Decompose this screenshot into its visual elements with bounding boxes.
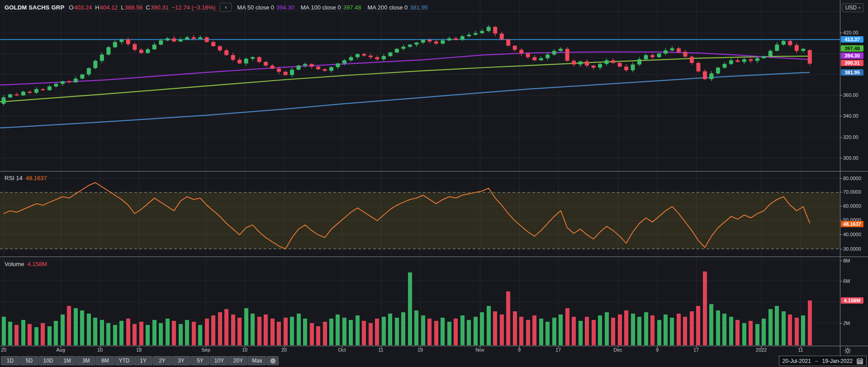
price-axis-label: 360.00: [843, 92, 859, 98]
volume-bar: [788, 315, 792, 345]
candle-up: [762, 56, 766, 58]
candle-up: [356, 54, 360, 57]
volume-bar: [323, 322, 327, 345]
date-range-separator: –: [815, 358, 818, 364]
volume-bar: [264, 315, 268, 345]
range-button-5y[interactable]: 5Y: [191, 356, 209, 365]
candle-down: [696, 63, 700, 71]
volume-bar: [310, 323, 314, 345]
price-axis-badge: 390.31: [841, 60, 863, 66]
axis-settings-gear-icon[interactable]: [844, 347, 851, 354]
candle-up: [100, 55, 104, 61]
volume-bar: [716, 310, 720, 345]
price-axis-badge: 413.37: [841, 36, 863, 43]
candle-down: [506, 39, 510, 46]
candle-down: [650, 55, 655, 57]
volume-bar: [703, 272, 707, 345]
volume-bar: [316, 326, 320, 345]
volume-bar: [467, 320, 471, 345]
candle-up: [755, 58, 759, 61]
candle-up: [709, 73, 713, 79]
range-button-1m[interactable]: 1M: [58, 356, 76, 365]
volume-bar: [205, 319, 209, 345]
candle-up: [552, 51, 556, 54]
range-button-10y[interactable]: 10Y: [210, 356, 228, 365]
range-button-5d[interactable]: 5D: [20, 356, 38, 365]
date-range-picker[interactable]: 20-Jul-2021 – 19-Jan-2022: [779, 356, 867, 366]
rsi-axis-badge: 48.1637: [841, 221, 863, 227]
volume-bar: [454, 319, 458, 345]
collapse-legend-button[interactable]: ‹: [220, 3, 232, 12]
range-button-6m[interactable]: 6M: [96, 356, 114, 365]
range-button-3y[interactable]: 3Y: [172, 356, 190, 365]
ohlc-open: O403.24: [69, 4, 92, 11]
candle-up: [382, 56, 386, 59]
time-axis-label: 20: [1, 347, 6, 353]
volume-bar: [133, 324, 137, 345]
range-button-10d[interactable]: 10D: [39, 356, 57, 365]
candle-up: [113, 42, 117, 48]
date-range-start: 20-Jul-2021: [783, 358, 811, 364]
candle-up: [80, 74, 84, 78]
range-button-3m[interactable]: 3M: [77, 356, 95, 365]
time-axis-label: Sep: [201, 347, 210, 353]
toolbar-settings-gear-button[interactable]: [267, 356, 279, 365]
range-button-2y[interactable]: 2Y: [153, 356, 171, 365]
range-button-max[interactable]: Max: [248, 356, 266, 365]
candle-down: [795, 45, 799, 51]
candle-down: [67, 81, 71, 82]
candle-up: [166, 38, 170, 41]
candle-down: [749, 59, 753, 61]
volume-bar: [618, 315, 622, 345]
volume-axis-badge: 4.158M: [841, 297, 863, 304]
candle-up: [198, 37, 202, 38]
chart-canvas[interactable]: [0, 0, 868, 367]
range-button-1y[interactable]: 1Y: [134, 356, 152, 365]
symbol-name: GOLDM SACHS GRP: [5, 4, 64, 11]
candle-up: [775, 45, 779, 51]
candle-up: [93, 61, 97, 68]
volume-bar: [592, 320, 596, 345]
candle-down: [375, 57, 379, 59]
range-button-20y[interactable]: 20Y: [229, 356, 247, 365]
candle-up: [716, 67, 720, 73]
candle-up: [729, 60, 733, 64]
rsi-band: [0, 192, 840, 249]
volume-bar: [369, 323, 373, 345]
range-toolbar: 1D5D10D1M3M6MYTD1Y2Y3Y5Y10Y20YMax: [1, 356, 279, 365]
currency-label: USD: [845, 5, 857, 11]
volume-bar: [447, 322, 451, 345]
candle-down: [231, 55, 235, 60]
candle-up: [303, 64, 307, 65]
volume-bar: [565, 308, 569, 345]
volume-bar: [224, 309, 228, 345]
currency-selector[interactable]: USD ▾: [842, 3, 864, 12]
candle-up: [179, 39, 183, 42]
volume-bar: [762, 319, 766, 345]
time-axis-label: 9: [518, 347, 521, 353]
range-button-1d[interactable]: 1D: [1, 356, 19, 365]
volume-bar: [434, 321, 438, 345]
volume-bar: [500, 315, 504, 345]
candle-down: [532, 57, 536, 60]
candle-up: [401, 47, 405, 49]
volume-value: 4.158M: [27, 261, 47, 267]
volume-bar: [257, 317, 261, 345]
rsi-axis-label: 40.0000: [843, 232, 861, 237]
candle-up: [251, 57, 255, 58]
volume-bar: [677, 314, 681, 345]
candle-up: [185, 37, 189, 39]
volume-bar: [795, 318, 799, 345]
ma-line-ma-200: [0, 72, 810, 128]
candle-up: [342, 60, 346, 63]
volume-bar: [87, 314, 91, 345]
volume-bar: [427, 319, 432, 345]
volume-bar: [395, 318, 399, 345]
candle-down: [683, 52, 687, 57]
candle-down: [323, 69, 327, 71]
candle-up: [559, 49, 563, 51]
volume-bar: [270, 319, 275, 345]
range-button-ytd[interactable]: YTD: [115, 356, 133, 365]
volume-bar: [185, 320, 189, 345]
change-value: −12.74 (−3.16%): [172, 4, 216, 11]
